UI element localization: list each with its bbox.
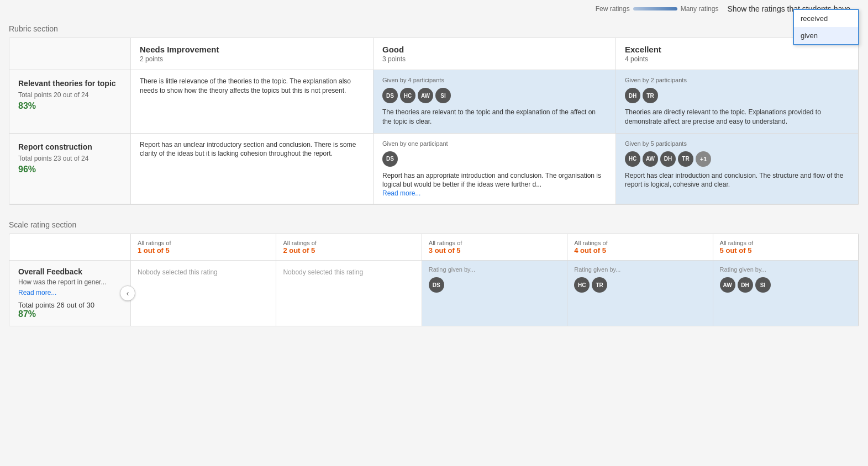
scale-cell-overall-2: Nobody selected this rating (276, 261, 422, 326)
rubric-header-row: Needs Improvement 2 points Good 3 points… (9, 38, 859, 70)
col-points-excellent: 4 points (625, 55, 849, 63)
avatar-ds-2: DS (382, 151, 398, 167)
col-title-needs-improvement: Needs Improvement (140, 45, 364, 54)
rubric-section-header: Rubric section (9, 18, 859, 38)
scale-header-row: All ratings of 1 out of 5 All ratings of… (9, 234, 859, 261)
cell-desc-report-ni: Report has an unclear introductory secti… (140, 140, 364, 159)
scale-section-header: Scale rating section (9, 214, 859, 234)
nobody-text-overall-1: Nobody selected this rating (138, 266, 269, 276)
given-by-report-good: Given by one participant (382, 140, 607, 147)
avatar-hc-scale: HC (574, 277, 590, 293)
rubric-col-needs-improvement: Needs Improvement 2 points (131, 38, 373, 70)
col-points-good: 3 points (382, 55, 607, 63)
row-percentage-report: 96% (18, 165, 122, 174)
dropdown-option-received[interactable]: received (794, 10, 858, 27)
scale-col-4-label: All ratings of (574, 240, 706, 246)
rubric-row-header-report: Report construction Total points 23 out … (9, 134, 131, 204)
avatar-si-1: SI (435, 88, 451, 103)
row-percentage-theories: 83% (18, 101, 122, 111)
rubric-row-report: Report construction Total points 23 out … (9, 134, 859, 205)
avatar-hc-1: HC (400, 88, 415, 103)
scale-col-4: All ratings of 4 out of 5 (567, 234, 713, 261)
col-title-excellent: Excellent (625, 45, 849, 54)
row-points-report: Total points 23 out of 24 (18, 155, 122, 162)
avatar-tr-1: TR (643, 88, 658, 103)
avatars-overall-3: DS (429, 277, 560, 293)
scale-row-title-overall: Overall Feedback (18, 267, 122, 276)
rating-given-by-5: Rating given by... (720, 266, 851, 273)
scale-col-2: All ratings of 2 out of 5 (276, 234, 422, 261)
avatar-hc-2: HC (625, 151, 640, 167)
avatar-ds-scale: DS (429, 277, 444, 293)
scale-col-5-value: 5 out of 5 (720, 246, 851, 255)
scale-col-5-label: All ratings of (720, 240, 851, 246)
scale-cell-overall-4: Rating given by... HC TR (567, 261, 713, 326)
avatar-more-report-excellent: +1 (696, 151, 711, 167)
row-title-report: Report construction (18, 142, 122, 151)
scale-row-subtitle-overall: How was the report in gener... (18, 278, 122, 286)
rubric-cell-report-excellent: Given by 5 participants HC AW DH TR +1 R… (616, 134, 859, 204)
scale-col-4-value: 4 out of 5 (574, 246, 706, 255)
avatar-tr-2: TR (678, 151, 693, 167)
scale-row-header-overall: Overall Feedback How was the report in g… (9, 261, 131, 326)
rubric-cell-theories-good: Given by 4 participants DS HC AW SI The … (373, 70, 616, 133)
scale-col-2-value: 2 out of 5 (283, 246, 414, 255)
scale-col-1-label: All ratings of (138, 240, 269, 246)
read-more-report-good[interactable]: Read more... (382, 189, 420, 197)
rubric-row-header-theories: Relevant theories for topic Total points… (9, 70, 131, 133)
scale-col-3: All ratings of 3 out of 5 (422, 234, 567, 261)
main-content: Rubric section Needs Improvement 2 point… (0, 18, 868, 335)
scale-row-points-overall: Total points 26 out of 30 (18, 301, 122, 309)
scale-col-5: All ratings of 5 out of 5 (713, 234, 859, 261)
avatars-report-excellent: HC AW DH TR +1 (625, 151, 849, 167)
legend-gradient-bar (633, 7, 677, 10)
col-title-good: Good (382, 45, 607, 54)
scale-data-row-overall: Overall Feedback How was the report in g… (9, 261, 859, 326)
avatar-aw-1: AW (418, 88, 433, 103)
scale-col-3-label: All ratings of (429, 240, 560, 246)
rating-given-by-4: Rating given by... (574, 266, 706, 273)
rubric-col-good: Good 3 points (373, 38, 616, 70)
scale-col-3-value: 3 out of 5 (429, 246, 560, 255)
cell-desc-theories-good: The theories are relevant to the topic a… (382, 108, 607, 126)
row-title-theories: Relevant theories for topic (18, 79, 122, 88)
read-more-overall[interactable]: Read more... (18, 289, 56, 296)
many-ratings-label: Many ratings (681, 5, 719, 13)
scale-cell-overall-1: Nobody selected this rating (131, 261, 276, 326)
avatar-tr-scale: TR (592, 277, 607, 293)
rubric-cell-report-needs-improvement: Report has an unclear introductory secti… (131, 134, 373, 204)
col-points-needs-improvement: 2 points (140, 55, 364, 63)
rating-legend: Few ratings Many ratings (596, 5, 719, 13)
nobody-text-overall-2: Nobody selected this rating (283, 266, 414, 276)
scale-section: Scale rating section All ratings of 1 ou… (9, 214, 859, 326)
given-by-report-excellent: Given by 5 participants (625, 140, 849, 147)
rubric-cell-theories-needs-improvement: There is little relevance of the theorie… (131, 70, 373, 133)
few-ratings-label: Few ratings (596, 5, 630, 13)
avatars-report-good: DS (382, 151, 607, 167)
avatar-aw-scale: AW (720, 277, 735, 293)
ratings-dropdown-menu[interactable]: received given (793, 9, 859, 45)
avatars-theories-good: DS HC AW SI (382, 88, 607, 103)
cell-desc-theories-ni: There is little relevance of the theorie… (140, 77, 364, 96)
rubric-cell-report-good: Given by one participant DS Report has a… (373, 134, 616, 204)
avatars-overall-5: AW DH SI (720, 277, 851, 293)
row-points-theories: Total points 20 out of 24 (18, 91, 122, 99)
scale-cell-overall-5: Rating given by... AW DH SI (713, 261, 859, 326)
scale-col-1: All ratings of 1 out of 5 (131, 234, 276, 261)
cell-desc-report-excellent: Report has clear introduction and conclu… (625, 171, 849, 190)
avatar-aw-2: AW (643, 151, 658, 167)
given-by-theories-good: Given by 4 participants (382, 77, 607, 83)
rubric-header-empty (9, 38, 131, 70)
rubric-table: Needs Improvement 2 points Good 3 points… (9, 38, 859, 205)
scale-header-empty (9, 234, 131, 261)
dropdown-option-given[interactable]: given (794, 27, 858, 44)
nav-prev-button[interactable]: ‹ (120, 285, 135, 301)
top-bar: Few ratings Many ratings Show the rating… (0, 0, 868, 18)
scale-data-wrapper: ‹ Overall Feedback How was the report in… (9, 261, 859, 326)
rubric-row-theories: Relevant theories for topic Total points… (9, 70, 859, 134)
rubric-cell-theories-excellent: Given by 2 participants DH TR Theories a… (616, 70, 859, 133)
avatar-ds-1: DS (382, 88, 398, 103)
scale-table: All ratings of 1 out of 5 All ratings of… (9, 234, 859, 326)
avatars-overall-4: HC TR (574, 277, 706, 293)
rating-given-by-3: Rating given by... (429, 266, 560, 273)
